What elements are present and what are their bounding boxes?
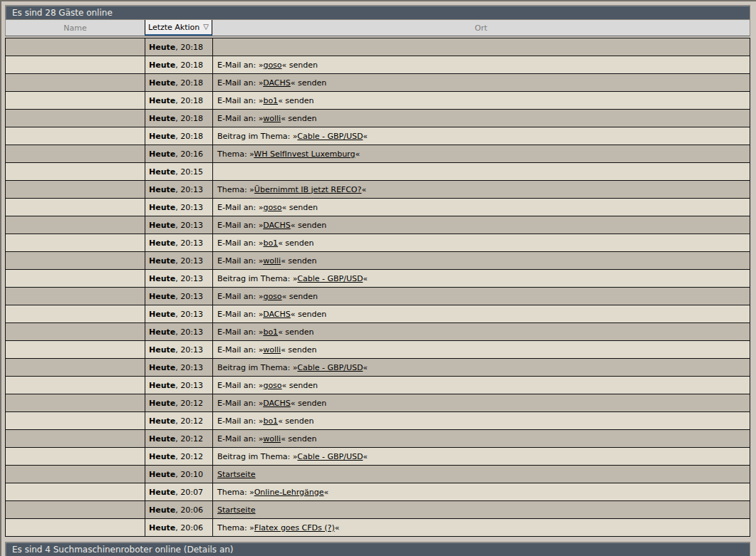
action-suffix: « senden bbox=[291, 310, 326, 319]
action-link[interactable]: Cable - GBP/USD bbox=[297, 274, 363, 283]
last-action-time-cell: Heute, 20:13 bbox=[145, 270, 212, 287]
action-link[interactable]: Cable - GBP/USD bbox=[297, 363, 363, 372]
action-link[interactable]: goso bbox=[263, 381, 281, 390]
day-label: Heute bbox=[149, 327, 175, 337]
time-value: , 20:12 bbox=[175, 452, 203, 461]
time-value: , 20:13 bbox=[175, 221, 203, 230]
time-value: , 20:13 bbox=[175, 292, 203, 301]
time-value: , 20:12 bbox=[175, 416, 203, 426]
action-prefix: E-Mail an: » bbox=[217, 310, 263, 319]
last-action-time-cell: Heute, 20:06 bbox=[145, 519, 212, 536]
action-link[interactable]: DACHS bbox=[263, 399, 291, 408]
guest-name-cell bbox=[6, 466, 145, 483]
table-row: Heute, 20:13 E-Mail an: »goso« senden bbox=[6, 288, 750, 305]
action-prefix: Thema: » bbox=[217, 150, 254, 159]
action-prefix: Beitrag im Thema: » bbox=[217, 132, 297, 141]
guest-name-cell bbox=[6, 74, 145, 91]
action-link[interactable]: bo1 bbox=[263, 96, 278, 105]
action-suffix: « senden bbox=[278, 96, 314, 105]
guest-name-cell bbox=[6, 394, 145, 411]
time-value: , 20:18 bbox=[175, 132, 203, 141]
action-link[interactable]: Startseite bbox=[217, 505, 256, 515]
sort-descending-icon: ▽ bbox=[203, 23, 209, 31]
action-prefix: E-Mail an: » bbox=[217, 399, 263, 408]
last-action-time-cell: Heute, 20:13 bbox=[145, 377, 212, 394]
day-label: Heute bbox=[149, 256, 175, 266]
location-cell: Startseite bbox=[212, 466, 750, 483]
action-link[interactable]: Online-Lehrgänge bbox=[254, 488, 324, 497]
action-suffix: « senden bbox=[281, 114, 316, 123]
action-link[interactable]: bo1 bbox=[263, 327, 278, 337]
time-value: , 20:13 bbox=[175, 185, 203, 194]
location-cell: Thema: »Online-Lehrgänge« bbox=[212, 483, 750, 500]
action-prefix: E-Mail an: » bbox=[217, 238, 263, 248]
table-row: Heute, 20:12 E-Mail an: »DACHS« senden bbox=[6, 394, 750, 412]
day-label: Heute bbox=[149, 292, 175, 301]
action-suffix: « bbox=[361, 185, 366, 194]
table-row: Heute, 20:18 E-Mail an: »wolli« senden bbox=[6, 110, 750, 127]
action-link[interactable]: bo1 bbox=[263, 416, 278, 426]
guest-name-cell bbox=[6, 38, 145, 56]
action-suffix: « bbox=[363, 274, 368, 283]
time-value: , 20:12 bbox=[175, 434, 203, 444]
location-cell: E-Mail an: »goso« senden bbox=[212, 377, 750, 394]
action-link[interactable]: DACHS bbox=[263, 78, 291, 88]
action-link[interactable]: Flatex goes CFDs (?) bbox=[254, 523, 335, 533]
action-link[interactable]: DACHS bbox=[263, 310, 291, 319]
day-label: Heute bbox=[149, 167, 175, 177]
location-cell: Beitrag im Thema: »Cable - GBP/USD« bbox=[212, 359, 750, 376]
guest-name-cell bbox=[6, 323, 145, 340]
action-link[interactable]: goso bbox=[263, 292, 281, 301]
table-row: Heute, 20:13 E-Mail an: »DACHS« senden bbox=[6, 305, 750, 323]
table-row: Heute, 20:18 E-Mail an: »DACHS« senden bbox=[6, 74, 750, 92]
last-action-time-cell: Heute, 20:12 bbox=[145, 430, 212, 447]
table-row: Heute, 20:16 Thema: »WH SelfInvest Luxem… bbox=[6, 145, 750, 163]
time-value: , 20:18 bbox=[175, 43, 203, 52]
time-value: , 20:15 bbox=[175, 167, 203, 177]
day-label: Heute bbox=[149, 363, 175, 372]
day-label: Heute bbox=[149, 203, 175, 212]
action-link[interactable]: Startseite bbox=[217, 470, 256, 479]
action-link[interactable]: Cable - GBP/USD bbox=[297, 452, 363, 461]
location-cell: E-Mail an: »goso« senden bbox=[212, 288, 750, 305]
column-header-last-action-label: Letzte Aktion bbox=[148, 23, 200, 32]
location-cell: E-Mail an: »bo1« senden bbox=[212, 92, 750, 109]
guests-title: Es sind 28 Gäste online bbox=[12, 8, 113, 18]
action-link[interactable]: WH SelfInvest Luxemburg bbox=[254, 150, 355, 159]
action-suffix: « senden bbox=[282, 381, 318, 390]
last-action-time-cell: Heute, 20:13 bbox=[145, 288, 212, 305]
last-action-time-cell: Heute, 20:18 bbox=[145, 92, 212, 109]
table-row: Heute, 20:15 bbox=[6, 163, 750, 181]
action-link[interactable]: wolli bbox=[263, 345, 281, 355]
action-link[interactable]: Cable - GBP/USD bbox=[297, 132, 363, 141]
column-header-name-label: Name bbox=[63, 23, 86, 33]
last-action-time-cell: Heute, 20:18 bbox=[145, 127, 212, 145]
action-link[interactable]: wolli bbox=[263, 114, 281, 123]
table-row: Heute, 20:13 E-Mail an: »wolli« senden bbox=[6, 252, 750, 270]
table-row: Heute, 20:18 Beitrag im Thema: »Cable - … bbox=[6, 127, 750, 145]
location-cell: E-Mail an: »wolli« senden bbox=[212, 341, 750, 358]
guest-name-cell bbox=[6, 430, 145, 447]
robots-details-link[interactable]: (Details an) bbox=[184, 545, 234, 555]
day-label: Heute bbox=[149, 434, 175, 444]
day-label: Heute bbox=[149, 78, 175, 88]
action-link[interactable]: bo1 bbox=[263, 238, 278, 248]
action-link[interactable]: wolli bbox=[263, 434, 281, 444]
action-link[interactable]: goso bbox=[263, 203, 281, 212]
column-header-last-action[interactable]: Letzte Aktion ▽ bbox=[145, 20, 212, 36]
day-label: Heute bbox=[149, 114, 175, 123]
last-action-time-cell: Heute, 20:13 bbox=[145, 359, 212, 376]
action-link[interactable]: DACHS bbox=[263, 221, 291, 230]
table-row: Heute, 20:10 Startseite bbox=[6, 466, 750, 483]
location-cell: E-Mail an: »wolli« senden bbox=[212, 430, 750, 447]
action-link[interactable]: goso bbox=[263, 61, 281, 70]
day-label: Heute bbox=[149, 345, 175, 355]
day-label: Heute bbox=[149, 274, 175, 283]
last-action-time-cell: Heute, 20:18 bbox=[145, 110, 212, 127]
robots-title-bar: Es sind 4 Suchmaschinenroboter online (D… bbox=[5, 542, 750, 556]
action-suffix: « bbox=[363, 132, 368, 141]
action-link[interactable]: Übernimmt IB jetzt REFCO? bbox=[254, 185, 362, 194]
location-cell: E-Mail an: »bo1« senden bbox=[212, 412, 750, 429]
time-value: , 20:06 bbox=[175, 505, 203, 515]
action-link[interactable]: wolli bbox=[263, 256, 281, 266]
